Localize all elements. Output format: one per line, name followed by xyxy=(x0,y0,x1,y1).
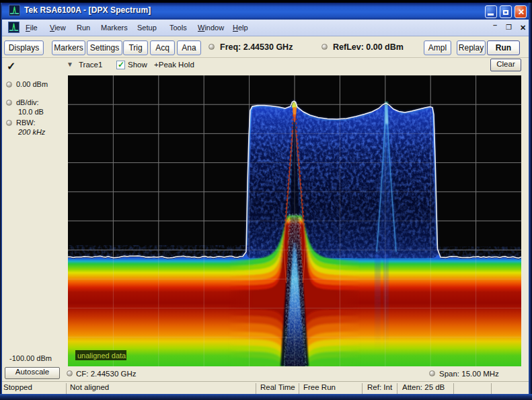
svg-text:unaligned data: unaligned data xyxy=(77,352,126,360)
